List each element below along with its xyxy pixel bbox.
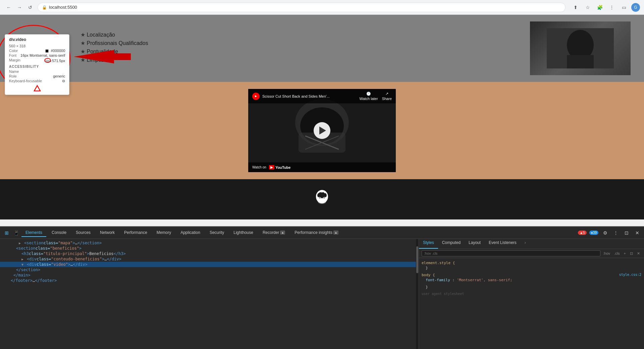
tab-network[interactable]: Network <box>96 229 119 237</box>
logo-svg <box>312 189 332 209</box>
reload-button[interactable]: ↺ <box>25 3 35 12</box>
address-bar[interactable]: 🔒 localhost:5500 <box>38 3 566 12</box>
recorder-badge: ▲ <box>280 231 285 235</box>
features-list-items: LocalizaçãoProfissionais QualificadosPon… <box>80 32 517 63</box>
filter-close[interactable]: ✕ <box>636 251 641 256</box>
margin-value: 32px 571.5px <box>44 58 65 63</box>
play-button[interactable] <box>314 122 330 139</box>
share-button[interactable]: ↗ Share <box>382 92 392 101</box>
share-button[interactable]: ⬆ <box>571 3 580 12</box>
html-line-3[interactable]: <h3 class= "titulo-principal" > Benefici… <box>0 251 416 256</box>
html-content: ▶ <section class= "mapa" > … </section> … <box>0 239 416 349</box>
tab-recorder[interactable]: Recorder ▲ <box>259 229 289 237</box>
barbershop-image-inner <box>530 21 631 75</box>
extensions-button[interactable]: 🧩 <box>595 3 604 12</box>
role-value: generic <box>53 74 65 78</box>
tooltip-selector: div.video <box>9 37 65 42</box>
tab-application[interactable]: Application <box>176 229 204 237</box>
tab-performance[interactable]: Performance <box>120 229 151 237</box>
tab-lighthouse[interactable]: Lighthouse <box>229 229 257 237</box>
cast-button[interactable]: ▭ <box>619 3 629 12</box>
color-swatch <box>45 49 49 53</box>
keyboard-focusable-icon: ⊖ <box>62 79 65 83</box>
svg-rect-4 <box>567 55 594 68</box>
filter-icons: :hov .cls + ⊡ ✕ <box>602 251 641 256</box>
performance-insights-badge: ▲ <box>333 231 338 235</box>
html-line-8[interactable]: </footer> … </footer> <box>0 278 416 283</box>
html-scrollbar-thumb[interactable] <box>416 246 418 273</box>
barbershop-image <box>530 21 631 75</box>
html-line-5-selected[interactable]: ▼ <div class= "video" > … </div> <box>0 262 416 267</box>
styles-filter: :hov .cls + ⊡ ✕ <box>419 249 644 258</box>
svg-marker-0 <box>34 86 40 91</box>
feature-item: Pontualidade <box>80 48 517 55</box>
lock-icon: 🔒 <box>42 5 47 10</box>
tab-layout[interactable]: Layout <box>465 239 485 249</box>
css-properties-body: font-family : 'Montserrat', sans-serif; <box>422 278 641 282</box>
html-line-7[interactable]: </main> <box>0 272 416 278</box>
website-content: div.video 560 × 318 Color #000000 Font 1… <box>0 15 644 226</box>
tab-console[interactable]: Console <box>48 229 70 237</box>
feature-item: Localização <box>80 32 517 38</box>
settings-button[interactable]: ⚙ <box>601 229 609 237</box>
css-source-body: style.css:2 <box>619 273 641 278</box>
css-rule-element-style: element.style { } <box>422 261 641 270</box>
devtools-toolbar-right: ▲5 ●39 ⚙ ⋮ ⊡ ✕ <box>578 229 641 237</box>
browser-actions: ⬆ ☆ 🧩 ⋮ ▭ G <box>571 3 640 12</box>
profile-avatar[interactable]: G <box>631 3 640 12</box>
html-line-4[interactable]: ▶ <div class= "conteudo-beneficios" > … … <box>0 256 416 262</box>
color-value: #000000 <box>45 49 65 53</box>
tab-memory[interactable]: Memory <box>153 229 175 237</box>
margin-circle-highlight: 32px <box>44 58 51 63</box>
youtube-title-area: ▶ Scissor Cut Short Back and Sides Men'.… <box>252 93 330 100</box>
devtools-toolbar: ⊞ 📱 Elements Console Sources Network Per… <box>0 227 644 239</box>
youtube-video-title: Scissor Cut Short Back and Sides Men'... <box>262 94 330 98</box>
more-options-button[interactable]: ⋮ <box>612 229 620 237</box>
html-line-1[interactable]: ▶ <section class= "mapa" > … </section> <box>0 240 416 246</box>
tab-styles[interactable]: Styles <box>419 239 438 249</box>
element-tooltip: div.video 560 × 318 Color #000000 Font 1… <box>5 34 69 95</box>
devtools-body: ▶ <section class= "mapa" > … </section> … <box>0 239 644 349</box>
filter-hov[interactable]: :hov <box>602 251 611 256</box>
color-label: Color <box>9 49 18 53</box>
barber-logo <box>312 189 332 209</box>
bookmark-button[interactable]: ☆ <box>583 3 592 12</box>
styles-content: element.style { } body { style.css:2 fon… <box>419 258 644 349</box>
feature-item: Limpeza <box>80 57 517 63</box>
tooltip-dimensions: 560 × 318 <box>9 44 25 48</box>
tab-computed[interactable]: Computed <box>438 239 465 249</box>
tab-performance-insights[interactable]: Performance insights ▲ <box>290 229 342 237</box>
tab-security[interactable]: Security <box>206 229 228 237</box>
tab-more-styles[interactable]: › <box>521 239 530 249</box>
features-list: LocalizaçãoProfissionais QualificadosPon… <box>13 32 517 65</box>
forward-button[interactable]: → <box>15 3 24 12</box>
barber-svg <box>547 28 614 68</box>
html-line-2[interactable]: <section class= "beneficios" > <box>0 246 416 251</box>
filter-plus[interactable]: + <box>623 251 627 256</box>
watch-later-button[interactable]: 🕐 Watch later <box>359 92 378 101</box>
html-line-6[interactable]: </section> <box>0 267 416 272</box>
tab-elements[interactable]: Elements <box>21 229 46 237</box>
filter-cls[interactable]: .cls <box>613 251 621 256</box>
dock-button[interactable]: ⊡ <box>623 229 631 237</box>
section-dark <box>0 179 644 219</box>
back-button[interactable]: ← <box>4 3 13 12</box>
section-gray: LocalizaçãoProfissionais QualificadosPon… <box>0 15 644 82</box>
play-triangle-icon <box>319 127 326 135</box>
feature-item: Profissionais Qualificados <box>80 40 517 46</box>
filter-layout-icon[interactable]: ⊡ <box>629 251 634 256</box>
keyboard-label: Keyboard-focusable <box>9 79 42 83</box>
tab-event-listeners[interactable]: Event Listeners <box>485 239 521 249</box>
tab-sources[interactable]: Sources <box>72 229 95 237</box>
styles-tabs: Styles Computed Layout Event Listeners › <box>419 239 644 249</box>
youtube-logo-icon: ▶ <box>252 93 260 100</box>
menu-button[interactable]: ⋮ <box>607 3 616 12</box>
devtools-inspect-button[interactable]: ⊞ <box>3 229 11 237</box>
yt-red-logo: ▶ <box>269 165 274 169</box>
html-scrollbar[interactable] <box>416 239 419 349</box>
close-devtools-button[interactable]: ✕ <box>633 229 641 237</box>
youtube-footer: Watch on ▶ YouTube <box>248 162 396 172</box>
youtube-embed[interactable]: ▶ Scissor Cut Short Back and Sides Men'.… <box>248 89 396 172</box>
styles-filter-input[interactable] <box>422 250 600 256</box>
devtools-device-button[interactable]: 📱 <box>12 229 20 237</box>
